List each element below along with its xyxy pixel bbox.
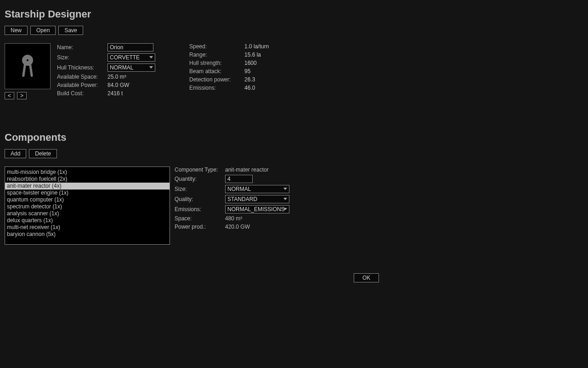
available-space-value: 25.0 m³ — [107, 74, 167, 80]
quality-select-value: STANDARD — [227, 196, 257, 202]
quality-select[interactable]: STANDARD — [225, 195, 289, 203]
emissions-value: 46.0 — [244, 85, 300, 91]
range-value: 15.6 la — [244, 52, 300, 58]
hull-thickness-select-value: NORMAL — [110, 64, 133, 71]
ship-preview — [5, 43, 51, 89]
component-emissions-label: Emissions: — [175, 206, 225, 213]
list-item[interactable]: multi-net receiver (1x) — [5, 224, 170, 231]
list-item[interactable]: analysis scanner (1x) — [5, 210, 170, 217]
ship-form: Name: Size: CORVETTE Hull Thickness: NOR… — [57, 43, 167, 97]
detection-power-label: Detection power: — [189, 76, 244, 83]
list-item[interactable]: anit-mater reactor (4x) — [5, 183, 170, 190]
available-power-label: Available Power: — [57, 82, 107, 88]
preview-prev-button[interactable]: < — [5, 92, 14, 99]
component-emissions-select[interactable]: NORMAL_EMISSIONS — [225, 205, 289, 213]
chevron-down-icon — [149, 56, 153, 59]
name-label: Name: — [57, 44, 107, 51]
ship-stats: Speed: 1.0 la/turn Range: 15.6 la Hull s… — [189, 43, 300, 91]
component-listbox[interactable]: multi-mission bridge (1x)reabsorbtion fu… — [5, 167, 170, 245]
size-select[interactable]: CORVETTE — [107, 53, 155, 62]
ok-button[interactable]: OK — [354, 273, 379, 282]
component-space-value: 480 m³ — [225, 215, 294, 222]
name-input[interactable] — [107, 43, 153, 52]
component-type-label: Component Type: — [175, 167, 225, 173]
size-label: Size: — [57, 54, 107, 61]
component-size-select[interactable]: NORMAL — [225, 185, 289, 193]
list-item[interactable]: reabsorbtion fuelcell (2x) — [5, 176, 170, 183]
add-button[interactable]: Add — [5, 149, 26, 158]
chevron-down-icon — [283, 207, 287, 211]
list-item[interactable]: space-twister engine (1x) — [5, 190, 170, 196]
quantity-label: Quantity: — [175, 176, 225, 182]
hull-strength-value: 1600 — [244, 60, 300, 66]
speed-label: Speed: — [189, 43, 244, 50]
emissions-label: Emissions: — [189, 85, 244, 91]
range-label: Range: — [189, 52, 244, 58]
beam-attack-value: 95 — [244, 68, 300, 75]
available-power-value: 84.0 GW — [107, 82, 167, 88]
ship-icon — [18, 55, 37, 78]
component-size-select-value: NORMAL — [227, 186, 251, 192]
delete-button[interactable]: Delete — [29, 149, 57, 158]
available-space-label: Available Space: — [57, 74, 107, 80]
chevron-down-icon — [283, 187, 287, 191]
list-item[interactable]: spectrum detector (1x) — [5, 203, 170, 210]
power-prod-value: 420.0 GW — [225, 224, 294, 230]
detection-power-value: 26.3 — [244, 76, 300, 83]
list-item[interactable]: delux quarters (1x) — [5, 217, 170, 224]
preview-next-button[interactable]: > — [17, 92, 27, 99]
page-title: Starship Designer — [5, 8, 583, 20]
component-emissions-select-value: NORMAL_EMISSIONS — [227, 206, 285, 213]
chevron-down-icon — [283, 197, 287, 201]
ship-preview-column: < > — [5, 43, 51, 99]
build-cost-value: 2416 t — [107, 90, 167, 97]
size-select-value: CORVETTE — [110, 54, 140, 61]
hull-thickness-label: Hull Thickness: — [57, 64, 107, 71]
list-item[interactable]: baryion cannon (5x) — [5, 231, 170, 238]
component-detail: Component Type: anit-mater reactor Quant… — [175, 167, 294, 230]
build-cost-label: Build Cost: — [57, 90, 107, 97]
main-toolbar: New Open Save — [5, 26, 583, 35]
hull-strength-label: Hull strength: — [189, 60, 244, 66]
new-button[interactable]: New — [5, 26, 28, 35]
beam-attack-label: Beam attack: — [189, 68, 244, 75]
components-title: Components — [5, 132, 583, 144]
power-prod-label: Power prod.: — [175, 224, 225, 230]
save-button[interactable]: Save — [58, 26, 83, 35]
list-item[interactable]: multi-mission bridge (1x) — [5, 169, 170, 176]
quantity-input[interactable] — [225, 175, 253, 183]
hull-thickness-select[interactable]: NORMAL — [107, 63, 155, 72]
component-type-value: anit-mater reactor — [225, 167, 294, 173]
component-space-label: Space: — [175, 215, 225, 222]
components-toolbar: Add Delete — [5, 149, 583, 158]
component-size-label: Size: — [175, 186, 225, 192]
speed-value: 1.0 la/turn — [244, 43, 300, 50]
open-button[interactable]: Open — [30, 26, 56, 35]
quality-label: Quality: — [175, 196, 225, 202]
chevron-down-icon — [149, 66, 153, 69]
list-item[interactable]: quantum computer (1x) — [5, 196, 170, 203]
